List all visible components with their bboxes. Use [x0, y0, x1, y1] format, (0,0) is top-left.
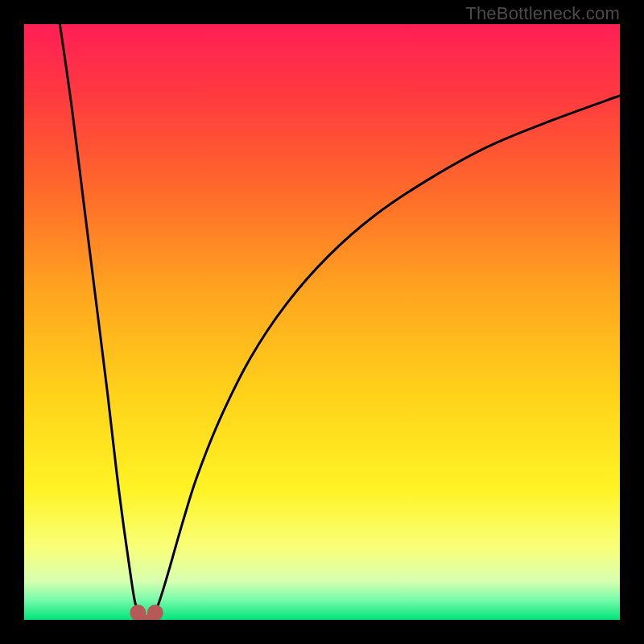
chart-svg — [24, 24, 620, 620]
gradient-background — [24, 24, 620, 620]
chart-frame: TheBottleneck.com — [0, 0, 644, 644]
watermark-text: TheBottleneck.com — [465, 3, 620, 24]
plot-area — [24, 24, 620, 620]
